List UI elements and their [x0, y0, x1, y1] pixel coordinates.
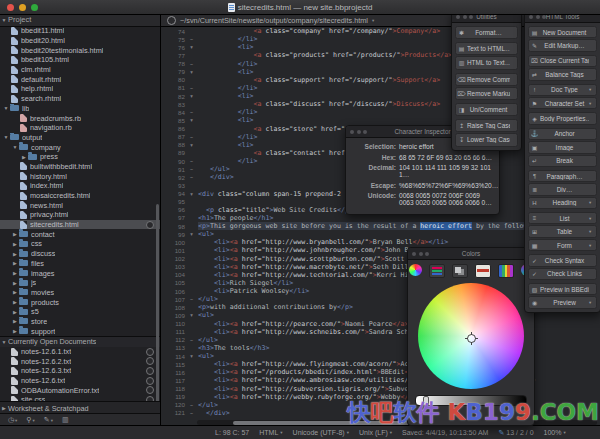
tree-item[interactable]: default.rhtml	[0, 74, 160, 84]
tree-item[interactable]: index.html	[0, 181, 160, 191]
disclosure-triangle-icon[interactable]: ▶	[11, 309, 19, 315]
close-document-button[interactable]	[146, 357, 154, 365]
tree-item[interactable]: sitecredits.html	[0, 220, 160, 230]
check-links-button[interactable]: ✓Check Links	[528, 268, 597, 280]
disclosure-triangle-icon[interactable]: ▼	[2, 134, 10, 140]
close-current-tag-button[interactable]: ⌧Close Current Tag	[528, 55, 597, 67]
colors-palette-titlebar[interactable]: Colors	[408, 248, 534, 260]
palette-window-buttons[interactable]	[412, 252, 429, 256]
close-document-button[interactable]	[146, 221, 154, 229]
fold-marker-icon[interactable]: ▾	[185, 353, 198, 359]
preview-in-bbedit-button[interactable]: ▧Preview in BBEdit	[528, 283, 597, 295]
color-wheel-icon[interactable]	[409, 264, 422, 276]
doc-type-button[interactable]: !Doc Type▾	[528, 84, 597, 96]
close-window-button[interactable]	[7, 4, 14, 11]
tree-item[interactable]: ▶movies	[0, 288, 160, 298]
tree-item[interactable]: bbedit20.html	[0, 36, 160, 46]
disclosure-triangle-icon[interactable]: ▶	[11, 270, 19, 276]
disclosure-triangle-icon[interactable]: ▼	[0, 14, 8, 26]
path-dropdown-icon[interactable]: ▾	[372, 18, 374, 23]
disclosure-triangle-icon[interactable]: ▶	[11, 289, 19, 295]
tree-item[interactable]: navigation.rb	[0, 123, 160, 133]
zoom-window-button[interactable]	[31, 4, 38, 11]
html-to-text-button[interactable]: ▥HTML to Text…	[455, 56, 518, 69]
file-options-icon[interactable]	[167, 16, 176, 25]
tree-item[interactable]: notes-12.6.1.txt	[0, 347, 160, 357]
anchor-button[interactable]: ⚓Anchor	[528, 128, 597, 140]
fold-marker-icon[interactable]: ~	[185, 134, 198, 140]
encoding-menu[interactable]: Unicode (UTF-8)▾	[293, 429, 349, 436]
fold-marker-icon[interactable]: ~	[185, 410, 198, 416]
fold-marker-icon[interactable]: ▾	[185, 44, 198, 50]
tree-item[interactable]: clm.rhtml	[0, 65, 160, 75]
fold-marker-icon[interactable]: ~	[185, 174, 198, 180]
disclosure-triangle-icon[interactable]: ▶	[11, 231, 19, 237]
close-document-button[interactable]	[146, 386, 154, 394]
tree-item[interactable]: help.rhtml	[0, 84, 160, 94]
spectrum-icon[interactable]	[498, 264, 514, 278]
tree-item[interactable]: ▶css	[0, 239, 160, 249]
tree-item[interactable]: ▶discuss	[0, 249, 160, 259]
body-properties-button[interactable]: ◈Body Properties…	[528, 112, 597, 124]
edit-markup-button[interactable]: ✎Edit Markup…	[528, 39, 597, 51]
tree-item[interactable]: builtwithbbedit.html	[0, 162, 160, 172]
tree-item[interactable]: privacy.html	[0, 210, 160, 220]
check-syntax-button[interactable]: ✓Check Syntax	[528, 254, 597, 266]
fold-marker-icon[interactable]: ▾	[185, 312, 198, 318]
tree-item[interactable]: ▶products	[0, 297, 160, 307]
tree-item[interactable]: notes-12.6.txt	[0, 376, 160, 386]
fold-marker-icon[interactable]: ~	[185, 337, 198, 343]
form-button[interactable]: ▦Form▾	[528, 239, 597, 251]
un-comment-button[interactable]: ◨Un/Comment	[455, 103, 518, 116]
tree-item[interactable]: ▶s5	[0, 307, 160, 317]
tree-item[interactable]: notes-12.6.3.txt	[0, 366, 160, 376]
color-palettes-icon[interactable]	[452, 264, 468, 278]
remove-comments-button[interactable]: ⌫Remove Comments	[455, 73, 518, 86]
fold-marker-icon[interactable]: ▾	[185, 93, 198, 99]
line-endings-menu[interactable]: Unix (LF)▾	[359, 429, 392, 436]
fold-marker-icon[interactable]: ▾	[185, 191, 198, 197]
table-button[interactable]: ⊞Table▾	[528, 225, 597, 237]
sidebar-layout-toggle-icon[interactable]: ▥	[62, 416, 69, 424]
disclosure-triangle-icon[interactable]: ▶	[11, 251, 19, 257]
balance-tags-button[interactable]: ⇄Balance Tags	[528, 68, 597, 80]
tree-item[interactable]: ▶images	[0, 268, 160, 278]
disclosure-triangle-icon[interactable]: ▶	[11, 328, 19, 334]
image-palettes-icon[interactable]	[475, 264, 491, 278]
tree-item[interactable]: ▶support	[0, 326, 160, 336]
recent-documents-menu-icon[interactable]: ◷▾	[8, 416, 17, 424]
tree-item[interactable]: ▶press	[0, 152, 160, 162]
new-document-button[interactable]: ▤New Document	[528, 26, 597, 38]
disclosure-triangle-icon[interactable]: ▶	[11, 299, 19, 305]
palette-window-buttons[interactable]	[350, 130, 367, 134]
tree-item[interactable]: bbedit20testimonials.html	[0, 45, 160, 55]
disclosure-triangle-icon[interactable]: ▶	[20, 154, 28, 160]
tree-item[interactable]: history.html	[0, 171, 160, 181]
color-picker-crosshair[interactable]	[467, 334, 476, 343]
remove-markup-button[interactable]: ⌦Remove Markup	[455, 87, 518, 100]
language-menu[interactable]: HTML▾	[259, 429, 282, 436]
raise-tag-case-button[interactable]: ↥Raise Tag Case	[455, 119, 518, 132]
tree-item[interactable]: news.html	[0, 200, 160, 210]
zoom-menu[interactable]: 100%▾	[544, 429, 566, 436]
tree-item[interactable]: bbedit11.html	[0, 26, 160, 36]
minimize-window-button[interactable]	[19, 4, 26, 11]
disclosure-triangle-icon[interactable]: ▼	[2, 105, 10, 111]
tree-item[interactable]: notes-12.6.2.txt	[0, 356, 160, 366]
fold-marker-icon[interactable]: ▾	[185, 69, 198, 75]
disclosure-triangle-icon[interactable]: ▶	[11, 280, 19, 286]
text-to-html-button[interactable]: ▤Text to HTML…	[455, 42, 518, 55]
tree-item[interactable]: mosaiccredits.html	[0, 191, 160, 201]
div-button[interactable]: ≣Div…	[528, 183, 597, 195]
fold-marker-icon[interactable]: ~	[185, 158, 198, 164]
disclosure-triangle-icon[interactable]: ▶	[11, 260, 19, 266]
open-documents-section-header[interactable]: ▼Currently Open Documents	[0, 336, 160, 347]
sidebar-scrollbar[interactable]	[156, 204, 159, 419]
preview-button[interactable]: ◉Preview▾	[528, 296, 597, 308]
disclosure-triangle-icon[interactable]: ▶	[11, 318, 19, 324]
disclosure-triangle-icon[interactable]: ▶	[11, 241, 19, 247]
fold-marker-icon[interactable]: ▾	[185, 117, 198, 123]
list-button[interactable]: ≡List▾	[528, 212, 597, 224]
fold-marker-icon[interactable]: ~	[185, 61, 198, 67]
fold-marker-icon[interactable]: ~	[185, 166, 198, 172]
